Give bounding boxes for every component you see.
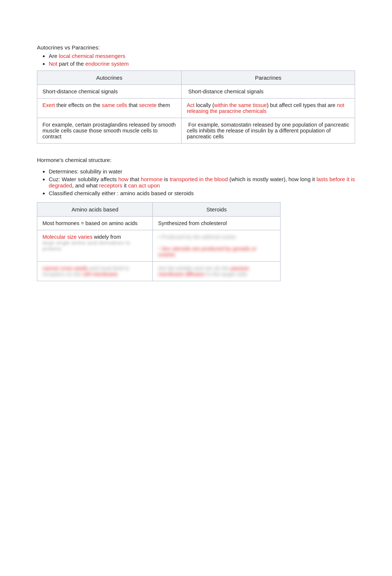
autocrine-row2: Exert their effects on the same cells th… bbox=[37, 99, 182, 118]
chemical-structure-table: Amino acids based Steroids Most hormones… bbox=[37, 202, 281, 281]
hormone-bullets: Determines: solubility in water Cuz: Wat… bbox=[37, 168, 355, 196]
col-header-paracrines: Paracrines bbox=[181, 71, 355, 85]
amino-row3: cannot cross easily and must bind to rec… bbox=[37, 262, 153, 281]
table-row: Short-distance chemical signals Short-di… bbox=[37, 85, 355, 99]
steroid-row3: Are fat soluble and can do the passive m… bbox=[153, 262, 281, 281]
local-messengers-text: local chemical messengers bbox=[59, 53, 125, 59]
hormone-section: Hormone's chemical structure: Determines… bbox=[37, 157, 355, 281]
paracrine-row3: For example, somatostatin released by on… bbox=[181, 118, 355, 144]
table-row: For example, certain prostaglandins rele… bbox=[37, 118, 355, 144]
autocrines-section: Autocrines vs Paracrines: Are local chem… bbox=[37, 44, 355, 144]
receptors-text: receptors bbox=[99, 182, 123, 189]
autocrine-row1: Short-distance chemical signals bbox=[37, 85, 182, 99]
paracrine-row1: Short-distance chemical signals bbox=[181, 85, 355, 99]
how-text: how bbox=[118, 176, 128, 182]
act-text: Act bbox=[187, 102, 195, 108]
endocrine-system-text: endocrine system bbox=[85, 61, 129, 67]
chem-table-row: cannot cross easily and must bind to rec… bbox=[37, 262, 281, 281]
bullet-determines: Determines: solubility in water bbox=[49, 168, 355, 175]
bullet-classified: Classified chemically either : amino aci… bbox=[49, 190, 355, 196]
hormone-heading: Hormone's chemical structure: bbox=[37, 157, 355, 163]
secrete-text: secrete bbox=[139, 102, 157, 108]
steroid-row2: • Produced by the adrenal cortex • Sex s… bbox=[153, 230, 281, 262]
amino-row2: Molecular size varies widely from large … bbox=[37, 230, 153, 262]
transported-text: transported in the blood bbox=[170, 176, 228, 182]
not-text: Not bbox=[49, 61, 57, 67]
bullet-are: Are local chemical messengers bbox=[49, 53, 355, 59]
within-same-tissue-text: within the same tissue bbox=[214, 102, 267, 108]
bullet-cuz: Cuz: Water solubility affects how that h… bbox=[49, 176, 355, 189]
autocrines-bullets: Are local chemical messengers Not part o… bbox=[37, 53, 355, 67]
chem-table-row: Molecular size varies widely from large … bbox=[37, 230, 281, 262]
autocrines-paracrines-table: Autocrines Paracrines Short-distance che… bbox=[37, 70, 355, 144]
amino-row2-blurred: large single amino acid derivatives to p… bbox=[42, 240, 130, 252]
col-header-steroids: Steroids bbox=[153, 203, 281, 217]
chem-table-row: Most hormones = based on amino acids Syn… bbox=[37, 217, 281, 230]
steroid-row1: Synthesized from cholesterol bbox=[153, 217, 281, 230]
autocrines-heading-text: Autocrines vs Paracrines: bbox=[37, 44, 100, 51]
molecular-size-text: Molecular size varies bbox=[42, 234, 92, 240]
steroid-row3-blurred: Are fat soluble and can do the passive m… bbox=[158, 265, 275, 277]
paracrine-row2: Act locally (within the same tissue) but… bbox=[181, 99, 355, 118]
amino-row1: Most hormones = based on amino acids bbox=[37, 217, 153, 230]
can-act-text: can act upon bbox=[128, 182, 160, 189]
amino-row3-blurred: cannot cross easily and must bind to rec… bbox=[42, 265, 147, 277]
col-header-amino-acids: Amino acids based bbox=[37, 203, 153, 217]
exert-text: Exert bbox=[42, 102, 55, 108]
col-header-autocrines: Autocrines bbox=[37, 71, 182, 85]
bullet-not: Not part of the endocrine system bbox=[49, 61, 355, 67]
autocrine-row3: For example, certain prostaglandins rele… bbox=[37, 118, 182, 144]
same-cells-text: same cells bbox=[102, 102, 127, 108]
hormone-text: hormone bbox=[141, 176, 162, 182]
table-row: Exert their effects on the same cells th… bbox=[37, 99, 355, 118]
steroid-row2-blurred: • Produced by the adrenal cortex • Sex s… bbox=[158, 234, 275, 258]
autocrines-heading: Autocrines vs Paracrines: bbox=[37, 44, 355, 51]
